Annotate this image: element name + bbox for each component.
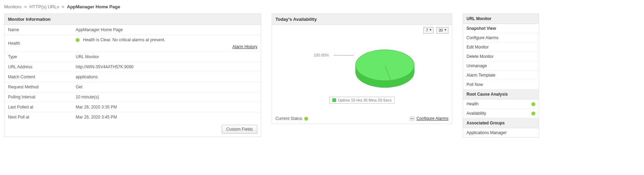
match-content-value: applications xyxy=(72,72,261,82)
match-content-label: Match Content xyxy=(5,72,72,82)
status-dot-icon xyxy=(531,112,535,115)
sidebar-item-label: Applications Manager xyxy=(467,130,506,135)
sidebar-rca-availability[interactable]: Availability xyxy=(463,109,539,118)
range-7-label: 7 xyxy=(426,28,428,33)
polling-interval-value: 10 minute(s) xyxy=(72,92,261,102)
last-polled-value: Mar 26, 2020 3:35 PM xyxy=(72,102,261,112)
sidebar-rca-health[interactable]: Health xyxy=(463,99,539,109)
sidebar-item-label: Alarm Template xyxy=(467,73,495,78)
alarm-history-link[interactable]: Alarm History xyxy=(232,44,257,49)
sidebar-title: URL Monitor xyxy=(463,14,539,24)
sidebar-groups-header: Associated Groups xyxy=(463,118,539,128)
monitor-info-panel: Monitor Information Name AppManager Home… xyxy=(4,14,261,137)
breadcrumb-sep: > xyxy=(24,4,27,9)
next-poll-label: Next Poll at xyxy=(5,112,72,122)
sidebar-item-delete-monitor[interactable]: Delete Monitor xyxy=(463,52,539,61)
url-label: URL Address xyxy=(5,62,72,72)
health-value: Health is Clear. No critical alarms at p… xyxy=(83,37,165,42)
health-status-dot-icon xyxy=(76,38,80,42)
availability-header: Today's Availability xyxy=(272,14,452,25)
current-status-label: Current Status xyxy=(275,116,302,121)
corner-arrow-icon xyxy=(444,29,446,32)
pie-leader-line xyxy=(334,55,354,55)
svg-point-4 xyxy=(412,118,413,119)
sidebar-item-label: Delete Monitor xyxy=(467,54,494,59)
sidebar-item-label: Configure Alarms xyxy=(467,35,498,40)
corner-arrow-icon xyxy=(429,29,431,32)
status-dot-icon xyxy=(531,102,535,106)
sidebar-item-label: Snapshot View xyxy=(467,26,496,31)
name-label: Name xyxy=(5,25,72,35)
health-cell: Health is Clear. No critical alarms at p… xyxy=(72,35,261,52)
range-7-button[interactable]: 7 xyxy=(423,27,434,34)
legend-text: Uptime 15 Hrs 35 Mins 29 Secs xyxy=(338,98,392,102)
availability-chart: 100.00% Uptime 15 Hrs 35 Mins 29 Secs xyxy=(272,34,452,113)
sidebar-item-label: Health xyxy=(467,102,479,106)
svg-point-3 xyxy=(411,118,412,119)
monitor-info-header: Monitor Information xyxy=(5,14,261,25)
polling-interval-label: Polling Interval xyxy=(5,92,72,102)
range-30-button[interactable]: 30 xyxy=(436,27,448,34)
sidebar-item-configure-alarms[interactable]: Configure Alarms xyxy=(463,33,539,43)
pie-percent-label: 100.00% xyxy=(314,53,329,57)
sidebar-item-label: Poll Now xyxy=(467,82,483,87)
sidebar: URL Monitor Snapshot View Configure Alar… xyxy=(463,14,539,138)
breadcrumb-link-http-urls[interactable]: HTTP(s) URLs xyxy=(30,4,59,9)
request-method-label: Request Method xyxy=(5,82,72,92)
sidebar-item-label: Unmanage xyxy=(467,63,487,68)
sidebar-item-alarm-template[interactable]: Alarm Template xyxy=(463,71,539,80)
type-label: Type xyxy=(5,52,72,62)
sidebar-item-snapshot-view[interactable]: Snapshot View xyxy=(463,24,539,33)
sidebar-rca-header: Root Cause Analysis xyxy=(463,89,539,99)
sidebar-item-label: Edit Monitor xyxy=(467,45,489,50)
url-value: http://WIN-35V44ATH57K:9090 xyxy=(72,62,261,72)
custom-fields-button[interactable]: Custom Fields xyxy=(222,125,257,134)
breadcrumb: Monitors > HTTP(s) URLs > AppManager Hom… xyxy=(4,4,640,9)
sidebar-item-edit-monitor[interactable]: Edit Monitor xyxy=(463,43,539,52)
svg-marker-0 xyxy=(430,29,431,31)
health-label: Health xyxy=(5,35,72,52)
svg-marker-1 xyxy=(444,29,446,31)
current-status-dot-icon xyxy=(304,117,308,121)
next-poll-value: Mar 26, 2020 3:45 PM xyxy=(72,112,261,122)
sidebar-item-label: Availability xyxy=(467,111,486,116)
last-polled-label: Last Polled at xyxy=(5,102,72,112)
availability-panel: Today's Availability 7 30 100.00% xyxy=(272,14,452,124)
alarm-config-icon xyxy=(410,116,414,121)
type-value: URL Monitor xyxy=(72,52,261,62)
chart-legend: Uptime 15 Hrs 35 Mins 29 Secs xyxy=(329,97,395,104)
configure-alarms-link[interactable]: Configure Alarms xyxy=(416,116,448,121)
legend-swatch-icon xyxy=(332,98,336,102)
name-value: AppManager Home Page xyxy=(72,25,261,35)
range-30-label: 30 xyxy=(439,28,443,33)
breadcrumb-sep: > xyxy=(62,4,65,9)
pie-icon xyxy=(355,50,414,88)
breadcrumb-link-monitors[interactable]: Monitors xyxy=(4,4,22,9)
request-method-value: Get xyxy=(72,82,261,92)
sidebar-group-applications-manager[interactable]: Applications Manager xyxy=(463,128,539,137)
breadcrumb-current: AppManager Home Page xyxy=(67,4,120,9)
sidebar-item-poll-now[interactable]: Poll Now xyxy=(463,80,539,89)
sidebar-item-unmanage[interactable]: Unmanage xyxy=(463,61,539,71)
